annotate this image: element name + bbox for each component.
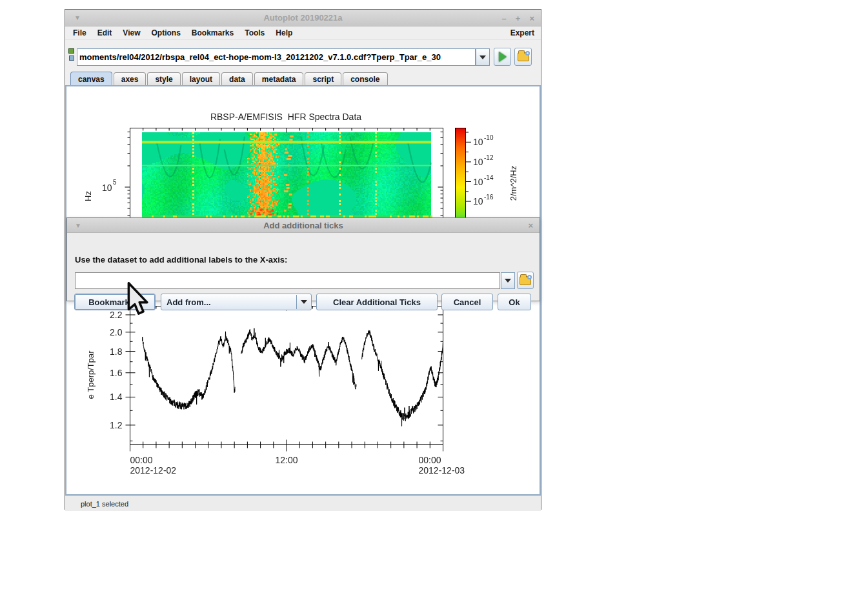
address-dropdown-button[interactable] — [476, 48, 490, 66]
menu-bookmarks[interactable]: Bookmarks — [192, 28, 234, 37]
close-button[interactable]: × — [529, 14, 534, 23]
dialog-body: Use the dataset to add additional labels… — [67, 233, 540, 302]
tab-script[interactable]: script — [305, 72, 341, 85]
datasource-icon[interactable] — [68, 48, 76, 63]
add-ticks-dialog: ▼ Add additional ticks × Use the dataset… — [66, 217, 540, 301]
dialog-titlebar[interactable]: ▼ Add additional ticks × — [67, 218, 540, 233]
bookmarks-button[interactable]: Bookmarks... — [74, 294, 156, 310]
chevron-down-icon — [479, 55, 486, 59]
menu-help[interactable]: Help — [276, 28, 292, 37]
menu-view[interactable]: View — [123, 28, 140, 37]
menu-expert[interactable]: Expert — [510, 28, 534, 37]
menubar: File Edit View Options Bookmarks Tools H… — [65, 26, 541, 40]
inspect-file-button[interactable] — [514, 48, 532, 66]
dataset-browse-button[interactable] — [517, 272, 534, 289]
dataset-dropdown-button[interactable] — [501, 272, 515, 289]
window-title: Autoplot 20190221a — [65, 13, 541, 23]
tab-canvas[interactable]: canvas — [70, 72, 112, 85]
add-from-label: Add from... — [167, 297, 211, 307]
maximize-button[interactable]: + — [516, 14, 521, 23]
cancel-button[interactable]: Cancel — [441, 294, 493, 310]
status-text: plot_1 selected — [81, 500, 128, 508]
folder-search-icon — [518, 52, 529, 61]
dialog-title: Add additional ticks — [67, 221, 540, 230]
ok-button[interactable]: Ok — [498, 294, 531, 310]
play-icon — [499, 52, 507, 62]
datasource-green-square-icon — [68, 48, 74, 54]
minimize-button[interactable]: – — [502, 14, 507, 23]
tab-axes[interactable]: axes — [114, 72, 146, 85]
menu-file[interactable]: File — [73, 28, 86, 37]
address-input[interactable] — [77, 48, 476, 66]
clear-additional-ticks-button[interactable]: Clear Additional Ticks — [316, 294, 438, 310]
datasource-blue-square-icon — [69, 55, 74, 61]
tab-style[interactable]: style — [147, 72, 180, 85]
go-plot-button[interactable] — [494, 48, 511, 66]
dataset-uri-input[interactable] — [75, 272, 500, 289]
menu-edit[interactable]: Edit — [97, 28, 112, 37]
tab-metadata[interactable]: metadata — [254, 72, 304, 85]
dialog-close-icon[interactable]: × — [528, 221, 533, 230]
chevron-down-icon[interactable] — [296, 295, 310, 309]
statusbar: plot_1 selected — [65, 496, 541, 511]
add-from-combobox[interactable]: Add from... — [161, 294, 312, 310]
menu-tools[interactable]: Tools — [245, 28, 265, 37]
tab-console[interactable]: console — [343, 72, 387, 85]
tab-layout[interactable]: layout — [182, 72, 220, 85]
menu-options[interactable]: Options — [151, 28, 180, 37]
chevron-down-icon — [505, 279, 511, 283]
main-tabs: canvas axes style layout data metadata s… — [65, 71, 541, 85]
folder-search-icon — [520, 276, 531, 285]
address-toolbar — [65, 40, 541, 71]
tab-data[interactable]: data — [221, 72, 253, 85]
dialog-message: Use the dataset to add additional labels… — [75, 255, 287, 265]
window-titlebar[interactable]: ▼ Autoplot 20190221a – + × — [65, 10, 541, 26]
